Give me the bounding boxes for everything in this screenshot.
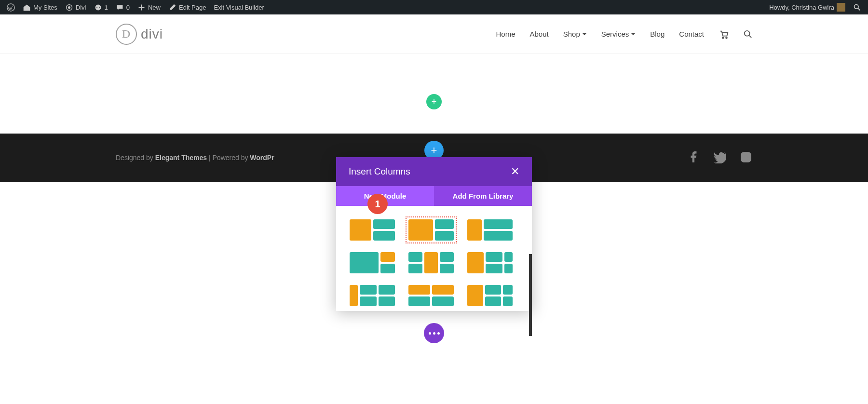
close-icon[interactable]: ✕: [511, 165, 519, 178]
svg-point-14: [744, 155, 748, 159]
my-sites-label: My Sites: [33, 4, 57, 11]
edit-page-label: Edit Page: [179, 4, 206, 11]
svg-point-5: [726, 37, 727, 38]
svg-point-3: [854, 4, 859, 8]
updates[interactable]: 1: [90, 0, 112, 14]
twitter-icon[interactable]: [714, 151, 726, 165]
facebook-icon[interactable]: [688, 151, 700, 165]
nav-shop-label: Shop: [563, 30, 580, 38]
new-label: New: [148, 4, 161, 11]
footer-wordpress[interactable]: WordPr: [250, 154, 274, 162]
howdy-user[interactable]: Howdy, Christina Gwira: [765, 0, 849, 14]
wp-logo-icon[interactable]: [3, 0, 19, 14]
my-sites[interactable]: My Sites: [19, 0, 61, 14]
footer-elegant-themes[interactable]: Elegant Themes: [155, 154, 207, 162]
howdy-label: Howdy, Christina Gwira: [769, 4, 834, 11]
nav-blog[interactable]: Blog: [650, 30, 665, 38]
exit-visual-builder[interactable]: Exit Visual Builder: [210, 0, 268, 14]
chevron-down-icon: [631, 32, 636, 37]
site-header: D divi Home About Shop Services Blog Con…: [0, 14, 868, 54]
site-name-label: Divi: [76, 4, 86, 11]
edit-page[interactable]: Edit Page: [164, 0, 210, 14]
site-logo[interactable]: D divi: [116, 24, 163, 45]
add-module-button[interactable]: +: [426, 94, 442, 109]
svg-point-6: [745, 30, 750, 36]
svg-point-4: [722, 37, 724, 38]
comments-count: 0: [126, 4, 130, 11]
nav-services[interactable]: Services: [601, 30, 636, 38]
chevron-down-icon: [582, 32, 587, 37]
modal-title: Insert Columns: [349, 166, 410, 177]
svg-point-15: [748, 153, 749, 154]
instagram-icon[interactable]: [740, 151, 752, 165]
footer-text-1: Designed by: [116, 154, 155, 162]
exit-vb-label: Exit Visual Builder: [214, 4, 264, 11]
search-icon[interactable]: [744, 30, 752, 39]
avatar-icon: [837, 3, 845, 12]
new[interactable]: New: [134, 0, 164, 14]
admin-search-icon[interactable]: [849, 0, 865, 14]
site-name[interactable]: Divi: [61, 0, 90, 14]
insert-columns-modal: Insert Columns ✕ New Module Add From Lib…: [336, 157, 532, 182]
logo-mark: D: [116, 24, 137, 45]
nav-contact[interactable]: Contact: [679, 30, 704, 38]
svg-point-2: [68, 6, 70, 8]
nav-home[interactable]: Home: [496, 30, 515, 38]
footer-text-2: | Powered by: [207, 154, 250, 162]
updates-count: 1: [105, 4, 108, 11]
nav-shop[interactable]: Shop: [563, 30, 587, 38]
comments[interactable]: 0: [112, 0, 134, 14]
logo-text: divi: [141, 27, 163, 42]
nav-about[interactable]: About: [529, 30, 548, 38]
nav-services-label: Services: [601, 30, 629, 38]
cart-icon[interactable]: [719, 29, 729, 40]
